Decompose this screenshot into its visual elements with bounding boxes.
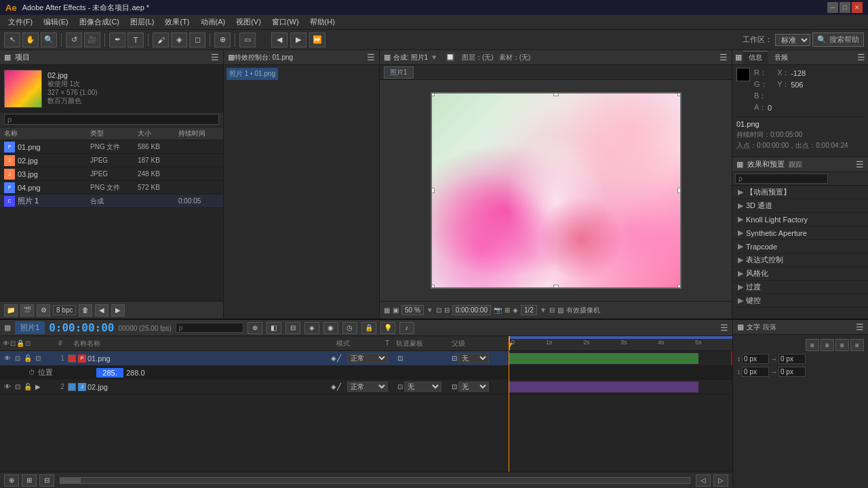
layer-2-visibility[interactable]: 👁 — [3, 382, 12, 392]
clone-tool[interactable]: ◈ — [171, 33, 187, 47]
project-search-input[interactable] — [4, 114, 219, 125]
layer-row-1[interactable]: 👁 ⊡ 🔓 ⊡ 1 P — [0, 351, 509, 366]
timeline-search-input[interactable] — [176, 323, 243, 333]
comp-transparent-btn[interactable]: ▨ — [557, 306, 564, 314]
project-item-1[interactable]: J02.jpgJPEG187 KB — [0, 154, 223, 167]
layer-1-parent-select[interactable]: 无 — [458, 353, 489, 363]
track-row-2[interactable] — [509, 380, 732, 394]
tab-info[interactable]: 信息 — [743, 51, 768, 64]
menu-item-v[interactable]: 视图(V) — [231, 16, 267, 28]
track-row-1[interactable] — [509, 351, 732, 366]
project-arrow-right[interactable]: ▶ — [111, 304, 125, 317]
effect-group-6[interactable]: ▶风格化 — [732, 267, 868, 281]
text-baseline-input[interactable] — [742, 367, 769, 377]
info-panel-menu[interactable]: ☰ — [857, 52, 865, 62]
menu-item-h[interactable]: 帮助(H) — [304, 16, 340, 28]
comp-tab-badge[interactable]: 照片1 — [384, 66, 414, 79]
timeline-btn-lock[interactable]: 🔒 — [361, 322, 376, 334]
timeline-scrollbar-thumb[interactable] — [60, 478, 81, 483]
timeline-ruler[interactable]: 0 1s 2s 3s 4s 5s — [509, 336, 732, 351]
project-panel-menu[interactable]: ☰ — [211, 52, 219, 62]
shape-tool[interactable]: ▭ — [239, 33, 256, 47]
effect-panel-menu[interactable]: ☰ — [367, 52, 375, 62]
effect-group-5[interactable]: ▶表达式控制 — [732, 253, 868, 267]
comp-region-btn[interactable]: ⊟ — [549, 306, 555, 314]
effect-group-1[interactable]: ▶3D 通道 — [732, 199, 868, 213]
close-button[interactable]: ✕ — [852, 2, 863, 13]
timeline-btn-color[interactable]: ◈ — [304, 322, 319, 334]
timeline-btn-audio[interactable]: ♪ — [399, 322, 414, 334]
selection-handle-bl[interactable] — [431, 285, 435, 289]
menu-item-w[interactable]: 窗口(W) — [267, 16, 304, 28]
project-item-3[interactable]: P04.pngPNG 文件572 KB — [0, 181, 223, 195]
select-tool[interactable]: ↖ — [4, 33, 20, 47]
selection-handle-tr[interactable] — [677, 92, 682, 96]
project-settings[interactable]: ⚙ — [37, 304, 50, 317]
layer-1-lock[interactable]: 🔓 — [23, 354, 33, 363]
text-panel-tab2[interactable]: 段落 — [763, 323, 776, 332]
menu-item-l[interactable]: 图层(L) — [125, 16, 159, 28]
text-tracking-input[interactable] — [778, 354, 806, 364]
menu-item-e[interactable]: 编辑(E) — [38, 16, 74, 28]
timeline-bottom-btn4[interactable]: ◁ — [696, 474, 711, 487]
minimize-button[interactable]: ─ — [827, 2, 838, 13]
search-help-bar[interactable]: 🔍 搜索帮助 — [812, 33, 864, 47]
pen-tool[interactable]: ✒ — [109, 33, 125, 47]
comp-grid-btn[interactable]: ⊞ — [505, 306, 510, 314]
layer-2-expand[interactable]: ▶ — [33, 382, 43, 392]
timeline-btn-draft[interactable]: ◧ — [267, 322, 281, 334]
timeline-bottom-btn5[interactable]: ▷ — [713, 474, 728, 487]
layer-1-visibility[interactable]: 👁 — [3, 354, 12, 363]
rotation-tool[interactable]: ↺ — [66, 33, 82, 47]
effect-group-0[interactable]: ▶【动画预置】 — [732, 186, 868, 199]
timeline-btn-add[interactable]: ⊕ — [248, 322, 262, 334]
preview-btn3[interactable]: ⏩ — [309, 33, 326, 47]
text-leading-input[interactable] — [742, 354, 769, 364]
menu-item-a[interactable]: 动画(A) — [195, 16, 231, 28]
composition-canvas-area[interactable] — [380, 80, 732, 301]
selection-handle-br[interactable] — [677, 285, 682, 289]
project-trash[interactable]: 🗑 — [79, 304, 92, 317]
hand-tool[interactable]: ✋ — [22, 33, 39, 47]
project-new-comp[interactable]: 🎬 — [20, 304, 34, 317]
timeline-scrollbar[interactable] — [60, 477, 690, 484]
timeline-btn-shy[interactable]: ◷ — [342, 322, 357, 334]
project-item-0[interactable]: P01.pngPNG 文件586 KB — [0, 140, 223, 154]
effects-search-input[interactable] — [735, 174, 828, 184]
effect-group-2[interactable]: ▶Knoll Light Factory — [732, 213, 868, 226]
comp-aspect-btn[interactable]: ⊟ — [444, 306, 450, 314]
layer-2-solo[interactable]: ⊡ — [13, 382, 22, 392]
selection-handle-mr[interactable] — [677, 188, 682, 193]
timeline-bottom-btn1[interactable]: ⊕ — [4, 474, 19, 487]
camera-tool[interactable]: 🎥 — [84, 33, 100, 47]
text-panel-menu[interactable]: ☰ — [856, 322, 864, 332]
effect-group-8[interactable]: ▶键控 — [732, 294, 868, 308]
layer-1-mode-select[interactable]: 正常 — [347, 353, 388, 363]
paint-tool[interactable]: 🖌 — [153, 33, 169, 47]
track-bar-1[interactable] — [509, 353, 698, 364]
project-arrow-left[interactable]: ◀ — [95, 304, 108, 317]
menu-item-t[interactable]: 效果(T) — [159, 16, 195, 28]
text-align-left[interactable]: ≡ — [806, 339, 819, 351]
effect-group-3[interactable]: ▶Synthetic Aperture — [732, 226, 868, 240]
comp-panel-menu[interactable]: ☰ — [719, 52, 728, 62]
text-kerning-input[interactable] — [778, 367, 806, 377]
position-x-value[interactable]: 285. — [96, 368, 123, 378]
text-align-center[interactable]: ≡ — [821, 339, 834, 351]
selection-handle-tl[interactable] — [431, 92, 435, 96]
layer-2-mode-select[interactable]: 正常 — [347, 382, 388, 392]
layer-2-trkmat-select[interactable]: 无 — [404, 382, 441, 392]
text-align-justify[interactable]: ≡ — [850, 339, 864, 351]
effect-group-4[interactable]: ▶Trapcode — [732, 240, 868, 253]
preview-btn1[interactable]: ◀ — [271, 33, 288, 47]
timeline-btn-res[interactable]: ⊟ — [285, 322, 300, 334]
project-item-4[interactable]: C照片 1合成0:00:05 — [0, 195, 223, 208]
menu-item-c[interactable]: 图像合成(C) — [74, 16, 125, 28]
project-new-folder[interactable]: 📁 — [4, 304, 18, 317]
workspace-select[interactable]: 标准 — [775, 34, 810, 46]
layer-row-2[interactable]: 👁 ⊡ 🔓 ▶ 2 J — [0, 380, 509, 394]
layer-1-collapse[interactable]: ⊡ — [33, 354, 43, 363]
effects-panel-menu[interactable]: ☰ — [856, 159, 864, 169]
comp-camera-btn[interactable]: 📷 — [494, 306, 502, 314]
maximize-button[interactable]: □ — [840, 2, 850, 13]
